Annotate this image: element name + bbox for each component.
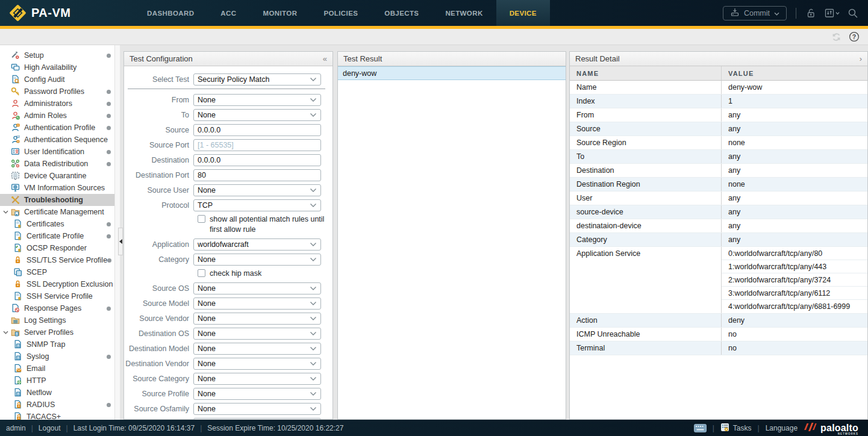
- sidebar-item-log-settings[interactable]: Log Settings: [0, 314, 119, 326]
- tab-monitor[interactable]: MONITOR: [249, 0, 310, 26]
- test-result-row[interactable]: deny-wow: [338, 66, 566, 80]
- sidebar-item-tacacs[interactable]: TACACS+: [0, 411, 119, 420]
- select-source-user[interactable]: None: [193, 184, 321, 196]
- select-destination-model[interactable]: None: [193, 343, 321, 355]
- panel-title: Result Detail: [575, 54, 620, 63]
- main-nav: DASHBOARDACCMONITORPOLICIESOBJECTSNETWOR…: [134, 0, 550, 26]
- select-category[interactable]: None: [193, 254, 321, 266]
- select-destination-vendor[interactable]: None: [193, 358, 321, 370]
- sidebar-item-radius[interactable]: RADIUS: [0, 399, 119, 411]
- input-source-port[interactable]: [1 - 65535]: [193, 139, 321, 151]
- checkbox-check-hip-mask[interactable]: check hip mask: [198, 269, 326, 279]
- sidebar-item-label: Device Quarantine: [24, 172, 87, 180]
- sidebar-collapse-handle[interactable]: [118, 228, 123, 255]
- help-icon[interactable]: ?: [849, 31, 860, 42]
- field-value: None: [198, 111, 310, 119]
- logout-link[interactable]: Logout: [39, 424, 61, 432]
- sidebar-item-setup[interactable]: Setup: [0, 49, 119, 61]
- checkbox-box[interactable]: [198, 215, 205, 223]
- sidebar-item-ocsp-responder[interactable]: OCSP Responder: [0, 242, 119, 254]
- sidebar-item-vm-information-sources[interactable]: VM Information Sources: [0, 182, 119, 194]
- sidebar-item-label: Netflow: [27, 388, 52, 397]
- certificate-management-icon: [11, 207, 20, 217]
- input-source[interactable]: 0.0.0.0: [193, 124, 321, 136]
- select-select-test[interactable]: Security Policy Match: [193, 73, 321, 86]
- sidebar-item-netflow[interactable]: Netflow: [0, 387, 119, 399]
- select-source-model[interactable]: None: [193, 297, 321, 310]
- refresh-icon[interactable]: [831, 32, 841, 42]
- checkbox-box[interactable]: [198, 269, 205, 277]
- select-protocol[interactable]: TCP: [193, 199, 321, 211]
- status-dot: [107, 126, 111, 130]
- status-dot: [107, 222, 111, 226]
- status-bar: admin Logout Last Login Time: 09/25/2020…: [0, 420, 868, 436]
- select-source-profile[interactable]: None: [193, 388, 321, 400]
- sidebar-item-http[interactable]: HTTP: [0, 375, 119, 387]
- commit-button[interactable]: Commit: [723, 6, 787, 20]
- sidebar-item-ssh-service-profile[interactable]: SSH Service Profile: [0, 290, 119, 302]
- tab-network[interactable]: NETWORK: [432, 0, 496, 26]
- select-application[interactable]: worldofwarcraft: [193, 238, 321, 251]
- sidebar-item-config-audit[interactable]: Config Audit: [0, 73, 119, 86]
- field-source-profile: Source ProfileNone: [124, 388, 326, 400]
- device-quarantine-icon: [11, 171, 20, 181]
- chevron-down-icon[interactable]: [0, 210, 11, 214]
- sidebar-item-certificate-profile[interactable]: Certificate Profile: [0, 230, 119, 242]
- sidebar-item-ssl-tls-service-profile[interactable]: SSL/TLS Service Profile: [0, 254, 119, 266]
- status-dot: [107, 114, 111, 118]
- test-configuration-panel: Test Configuration « Select TestSecurity…: [123, 51, 333, 420]
- sidebar-item-response-pages[interactable]: Response Pages: [0, 302, 119, 314]
- lock-open-icon[interactable]: [805, 8, 816, 19]
- sidebar-item-email[interactable]: Email: [0, 363, 119, 375]
- chevron-down-icon[interactable]: [0, 331, 11, 334]
- tab-dashboard[interactable]: DASHBOARD: [134, 0, 207, 26]
- sidebar-item-troubleshooting[interactable]: Troubleshooting: [0, 194, 119, 206]
- select-to[interactable]: None: [193, 109, 321, 121]
- keyboard-icon[interactable]: [694, 424, 707, 432]
- chevron-down-icon: [310, 242, 317, 247]
- sidebar-item-snmp-trap[interactable]: SNMP Trap: [0, 338, 119, 350]
- sidebar-item-user-identification[interactable]: User Identification: [0, 146, 119, 158]
- sidebar-item-high-availability[interactable]: High Availability: [0, 61, 119, 73]
- test-configuration-header: Test Configuration «: [124, 52, 333, 66]
- input-destination-port[interactable]: 80: [193, 169, 321, 181]
- sidebar-item-certificates[interactable]: Certificates: [0, 218, 119, 230]
- detail-row-destination-region: Destination Regionnone: [570, 178, 867, 192]
- checkbox-show-all-potential-match-rules-until-fir[interactable]: show all potential match rules until fir…: [198, 214, 326, 235]
- sidebar-item-data-redistribution[interactable]: Data Redistribution: [0, 158, 119, 170]
- tab-acc[interactable]: ACC: [207, 0, 249, 26]
- sidebar-item-authentication-profile[interactable]: Authentication Profile: [0, 122, 119, 134]
- expand-panel-icon[interactable]: ›: [860, 54, 862, 63]
- collapse-panel-icon[interactable]: «: [323, 54, 327, 63]
- sidebar-item-authentication-sequence[interactable]: 123Authentication Sequence: [0, 134, 119, 146]
- select-source-vendor[interactable]: None: [193, 313, 321, 325]
- sidebar-item-scep[interactable]: SCEP: [0, 266, 119, 278]
- input-destination[interactable]: 0.0.0.0: [193, 154, 321, 166]
- sidebar-item-syslog[interactable]: Syslog: [0, 350, 119, 363]
- config-operations-icon[interactable]: [824, 8, 840, 19]
- tab-policies[interactable]: POLICIES: [310, 0, 371, 26]
- scep-icon: [13, 267, 23, 277]
- panel-title: Test Result: [343, 54, 382, 63]
- search-icon[interactable]: [848, 8, 858, 19]
- select-source-osfamily[interactable]: None: [193, 403, 321, 415]
- sidebar-item-device-quarantine[interactable]: Device Quarantine: [0, 170, 119, 182]
- sidebar-item-password-profiles[interactable]: Password Profiles: [0, 86, 119, 98]
- tasks-button[interactable]: Tasks: [720, 423, 752, 434]
- select-from[interactable]: None: [193, 94, 321, 106]
- sidebar-item-ssl-decryption-exclusion[interactable]: SSL Decryption Exclusion: [0, 278, 119, 290]
- detail-value: 3:worldofwarcraft/tcp/any/6112: [722, 287, 867, 300]
- sidebar-item-admin-roles[interactable]: Admin Roles: [0, 110, 119, 122]
- column-header-name: NAME: [570, 66, 722, 80]
- collapse-left-arrow-icon: [119, 239, 122, 244]
- language-button[interactable]: Language: [766, 424, 798, 432]
- tab-objects[interactable]: OBJECTS: [371, 0, 432, 26]
- select-destination-os[interactable]: None: [193, 328, 321, 340]
- sidebar-item-administrators[interactable]: Administrators: [0, 98, 119, 110]
- tab-device[interactable]: DEVICE: [496, 0, 550, 26]
- select-source-os[interactable]: None: [193, 282, 321, 294]
- select-source-category[interactable]: None: [193, 373, 321, 385]
- detail-row-terminal: Terminalno: [570, 341, 867, 355]
- sidebar-item-certificate-management[interactable]: Certificate Management: [0, 206, 119, 218]
- sidebar-item-server-profiles[interactable]: Server Profiles: [0, 326, 119, 338]
